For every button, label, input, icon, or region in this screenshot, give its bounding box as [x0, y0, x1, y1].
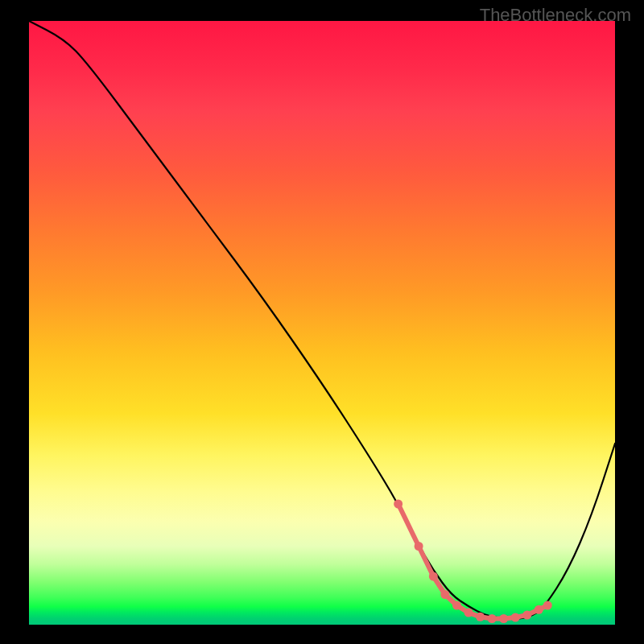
watermark-text: TheBottleneck.com	[480, 5, 631, 26]
marker-dots	[394, 500, 552, 624]
marker-dot	[452, 601, 461, 610]
marker-dot	[464, 609, 473, 617]
marker-dot	[476, 613, 485, 621]
marker-dot	[440, 590, 449, 599]
chart-svg	[29, 21, 615, 625]
marker-dot	[535, 605, 543, 614]
marker-dot	[511, 613, 520, 622]
marker-dot	[429, 572, 438, 581]
marker-dot	[543, 601, 552, 610]
bottleneck-curve	[29, 21, 615, 619]
plot-area	[29, 21, 615, 625]
marker-dot	[499, 614, 508, 623]
marker-dot	[415, 542, 423, 551]
marker-line	[398, 504, 548, 619]
marker-dot	[522, 611, 531, 620]
marker-dot	[394, 500, 402, 509]
marker-dot	[488, 614, 497, 623]
